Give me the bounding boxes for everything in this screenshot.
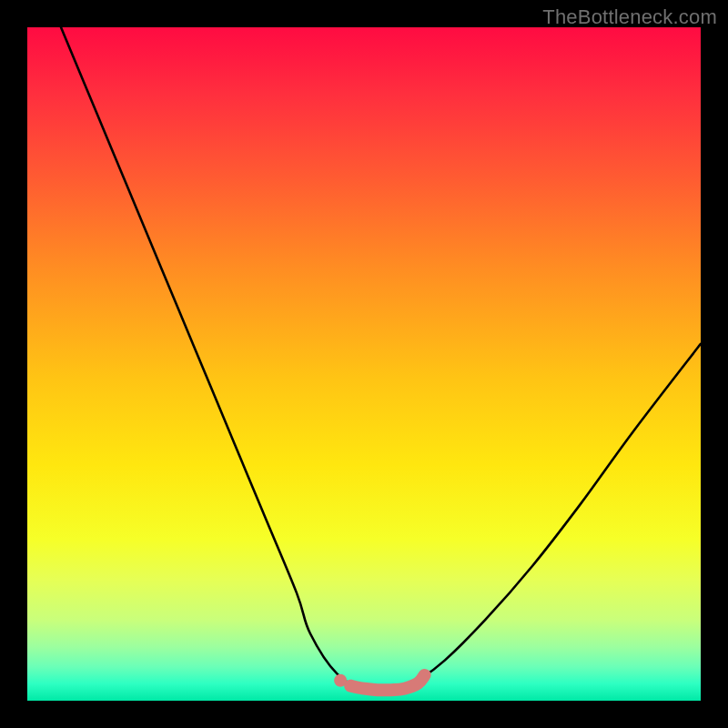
watermark-text: TheBottleneck.com xyxy=(542,5,717,29)
sweet-spot-highlight xyxy=(350,675,424,690)
bottleneck-curve xyxy=(61,27,701,689)
chart-frame: TheBottleneck.com xyxy=(0,0,728,728)
chart-svg xyxy=(27,27,701,701)
plot-area xyxy=(27,27,701,701)
sweet-spot-dot xyxy=(334,674,347,687)
